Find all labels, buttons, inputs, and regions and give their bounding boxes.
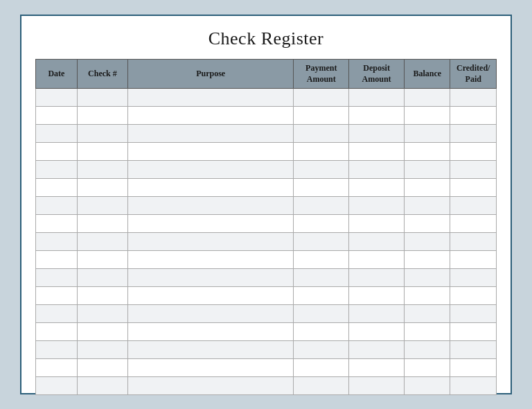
table-cell[interactable] xyxy=(294,125,349,143)
table-cell[interactable] xyxy=(349,161,405,179)
table-cell[interactable] xyxy=(127,359,293,377)
table-cell[interactable] xyxy=(77,143,127,161)
table-cell[interactable] xyxy=(349,269,405,287)
table-row[interactable] xyxy=(36,233,497,251)
table-cell[interactable] xyxy=(36,161,78,179)
table-cell[interactable] xyxy=(294,359,349,377)
table-cell[interactable] xyxy=(404,269,450,287)
table-cell[interactable] xyxy=(349,341,405,359)
table-cell[interactable] xyxy=(36,125,78,143)
table-cell[interactable] xyxy=(404,125,450,143)
table-cell[interactable] xyxy=(450,179,497,197)
table-cell[interactable] xyxy=(127,143,293,161)
table-cell[interactable] xyxy=(127,323,293,341)
table-cell[interactable] xyxy=(349,215,405,233)
table-cell[interactable] xyxy=(349,107,405,125)
table-cell[interactable] xyxy=(127,197,293,215)
table-row[interactable] xyxy=(36,179,497,197)
table-cell[interactable] xyxy=(294,143,349,161)
table-cell[interactable] xyxy=(127,341,293,359)
table-cell[interactable] xyxy=(404,359,450,377)
table-cell[interactable] xyxy=(36,197,78,215)
table-cell[interactable] xyxy=(127,251,293,269)
table-row[interactable] xyxy=(36,287,497,305)
table-cell[interactable] xyxy=(349,143,405,161)
table-cell[interactable] xyxy=(294,197,349,215)
table-row[interactable] xyxy=(36,323,497,341)
table-row[interactable] xyxy=(36,107,497,125)
table-cell[interactable] xyxy=(36,179,78,197)
table-cell[interactable] xyxy=(294,377,349,395)
table-cell[interactable] xyxy=(36,287,78,305)
table-cell[interactable] xyxy=(450,323,497,341)
table-cell[interactable] xyxy=(127,215,293,233)
table-cell[interactable] xyxy=(349,377,405,395)
table-cell[interactable] xyxy=(36,251,78,269)
table-cell[interactable] xyxy=(294,269,349,287)
table-row[interactable] xyxy=(36,305,497,323)
table-cell[interactable] xyxy=(127,377,293,395)
table-cell[interactable] xyxy=(77,323,127,341)
table-cell[interactable] xyxy=(36,323,78,341)
table-cell[interactable] xyxy=(404,143,450,161)
table-cell[interactable] xyxy=(450,269,497,287)
table-cell[interactable] xyxy=(450,287,497,305)
table-cell[interactable] xyxy=(127,233,293,251)
table-cell[interactable] xyxy=(127,269,293,287)
table-cell[interactable] xyxy=(404,89,450,107)
table-cell[interactable] xyxy=(77,179,127,197)
table-cell[interactable] xyxy=(349,89,405,107)
table-cell[interactable] xyxy=(404,287,450,305)
table-cell[interactable] xyxy=(294,341,349,359)
table-cell[interactable] xyxy=(450,107,497,125)
table-cell[interactable] xyxy=(294,305,349,323)
table-cell[interactable] xyxy=(77,215,127,233)
table-cell[interactable] xyxy=(127,287,293,305)
table-cell[interactable] xyxy=(349,179,405,197)
table-cell[interactable] xyxy=(349,359,405,377)
table-cell[interactable] xyxy=(404,251,450,269)
table-cell[interactable] xyxy=(36,143,78,161)
table-cell[interactable] xyxy=(36,89,78,107)
table-cell[interactable] xyxy=(450,89,497,107)
table-cell[interactable] xyxy=(404,233,450,251)
table-row[interactable] xyxy=(36,215,497,233)
table-cell[interactable] xyxy=(77,89,127,107)
table-cell[interactable] xyxy=(404,179,450,197)
table-cell[interactable] xyxy=(77,125,127,143)
table-cell[interactable] xyxy=(127,107,293,125)
table-cell[interactable] xyxy=(294,107,349,125)
table-row[interactable] xyxy=(36,251,497,269)
table-cell[interactable] xyxy=(404,107,450,125)
table-row[interactable] xyxy=(36,359,497,377)
table-cell[interactable] xyxy=(127,161,293,179)
table-cell[interactable] xyxy=(36,359,78,377)
table-cell[interactable] xyxy=(77,377,127,395)
table-cell[interactable] xyxy=(127,305,293,323)
table-cell[interactable] xyxy=(77,287,127,305)
table-cell[interactable] xyxy=(404,215,450,233)
table-cell[interactable] xyxy=(36,233,78,251)
table-cell[interactable] xyxy=(349,197,405,215)
table-cell[interactable] xyxy=(450,341,497,359)
table-cell[interactable] xyxy=(450,143,497,161)
table-cell[interactable] xyxy=(450,233,497,251)
table-row[interactable] xyxy=(36,269,497,287)
table-cell[interactable] xyxy=(404,341,450,359)
table-row[interactable] xyxy=(36,197,497,215)
table-cell[interactable] xyxy=(294,89,349,107)
table-cell[interactable] xyxy=(349,251,405,269)
table-cell[interactable] xyxy=(349,287,405,305)
table-cell[interactable] xyxy=(77,233,127,251)
table-cell[interactable] xyxy=(77,305,127,323)
table-cell[interactable] xyxy=(36,341,78,359)
table-cell[interactable] xyxy=(450,125,497,143)
table-cell[interactable] xyxy=(349,233,405,251)
table-row[interactable] xyxy=(36,89,497,107)
table-row[interactable] xyxy=(36,143,497,161)
table-cell[interactable] xyxy=(450,305,497,323)
table-cell[interactable] xyxy=(36,269,78,287)
table-cell[interactable] xyxy=(404,323,450,341)
table-cell[interactable] xyxy=(349,323,405,341)
table-cell[interactable] xyxy=(36,377,78,395)
